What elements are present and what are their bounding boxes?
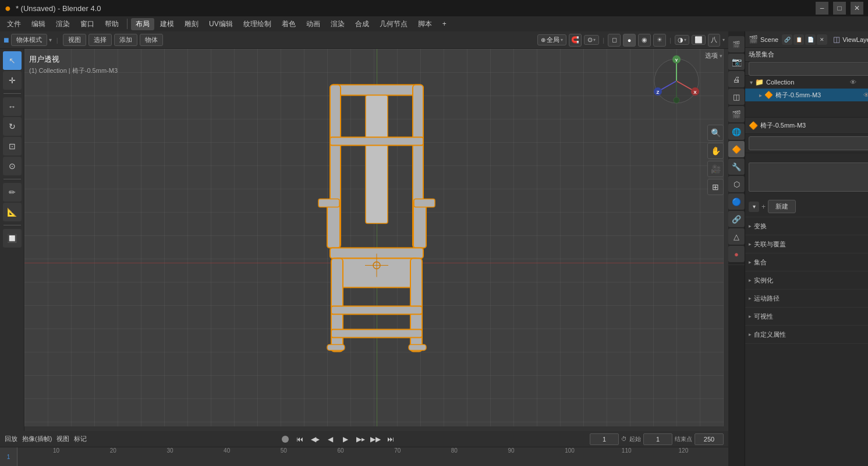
scene-copy-icon[interactable]: 📋 — [793, 34, 804, 45]
tool-select[interactable]: ↖ — [3, 51, 22, 70]
shading-wire[interactable]: ◻ — [608, 34, 621, 47]
zoom-in-btn[interactable]: 🔍 — [707, 125, 724, 141]
outliner-item-collection[interactable]: ▾ 📁 Collection 👁 📷 — [745, 76, 868, 89]
menu-plus[interactable]: + — [438, 19, 451, 29]
shading-material[interactable]: ◉ — [638, 34, 651, 47]
hand-pan-btn[interactable]: ✋ — [707, 143, 724, 159]
jump-to-end-btn[interactable]: ⏭ — [384, 433, 397, 446]
outliner-search-input[interactable] — [749, 62, 868, 76]
prev-keyframe-btn[interactable]: ◀▸ — [309, 433, 321, 446]
play-btn[interactable]: ▶ — [339, 433, 352, 446]
outliner-item-chair[interactable]: ▸ 🔶 椅子-0.5mm-M3 👁 📷 — [745, 89, 868, 101]
interp-label[interactable]: 抱像(插帧) — [22, 435, 52, 443]
constraints-icon[interactable]: 🔗 — [728, 211, 745, 227]
physics-icon[interactable]: 🔵 — [728, 193, 745, 210]
menu-animation[interactable]: 动画 — [302, 18, 325, 30]
minimize-button[interactable]: – — [816, 2, 828, 15]
menu-modeling[interactable]: 建模 — [155, 18, 179, 30]
menu-sculpt[interactable]: 雕刻 — [180, 18, 203, 30]
playback-label[interactable]: 回放 — [5, 435, 17, 443]
view-label[interactable]: 视图 — [56, 435, 69, 443]
prev-frame-btn[interactable]: ◀ — [324, 433, 336, 446]
mode-selector[interactable]: 物体模式 — [11, 34, 47, 46]
current-frame-input[interactable]: 1 — [590, 433, 619, 445]
xray-toggle[interactable]: ⬜ — [692, 35, 706, 45]
custom-props-section-header[interactable]: ▸ 自定义属性 — [749, 328, 868, 341]
data-icon[interactable]: △ — [728, 228, 745, 245]
view-layer-icon[interactable]: ◫ — [728, 89, 745, 105]
3d-viewport[interactable]: 用户透视 (1) Collection | 椅子-0.5mm-M3 选项 ▾ — [24, 49, 728, 431]
menu-uv[interactable]: UV编辑 — [204, 18, 238, 30]
relations-section-header[interactable]: ▸ 关联与覆盖 — [749, 238, 868, 250]
shading-render[interactable]: ☀ — [653, 34, 666, 47]
viewport-overlays[interactable]: ◑ ▾ — [675, 35, 689, 45]
material-slots-list[interactable] — [749, 163, 868, 192]
menu-help[interactable]: 帮助 — [100, 18, 123, 30]
tool-measure[interactable]: 📐 — [3, 203, 22, 221]
particles-icon[interactable]: ⬡ — [728, 176, 745, 192]
motion-paths-section-header[interactable]: ▸ 运动路径 — [749, 292, 868, 305]
next-frame-btn[interactable]: ▶▸ — [354, 433, 367, 446]
viewport-scroll-v[interactable] — [724, 49, 728, 431]
world-icon[interactable]: 🌐 — [728, 123, 745, 140]
tool-annotate[interactable]: ✏ — [3, 183, 22, 202]
maximize-button[interactable]: □ — [833, 2, 846, 15]
scene-close-icon[interactable]: ✕ — [817, 34, 827, 45]
properties-search-input[interactable] — [749, 136, 868, 150]
end-frame-input[interactable]: 250 — [695, 433, 724, 445]
view-menu-btn[interactable]: 视图 — [63, 34, 86, 46]
add-menu-btn[interactable]: 添加 — [114, 34, 137, 46]
collections-section-header[interactable]: ▸ 集合 — [749, 256, 868, 269]
scene-props-icon[interactable]: 🎬 — [728, 106, 745, 122]
tool-scale[interactable]: ⊡ — [3, 137, 22, 156]
scene-controls-icon[interactable]: 🎬 — [728, 36, 745, 52]
select-menu-btn[interactable]: 选择 — [88, 34, 112, 46]
visibility-section-header[interactable]: ▸ 可视性 — [749, 310, 868, 323]
modifier-icon[interactable]: 🔧 — [728, 158, 745, 175]
chair-eye-icon[interactable]: 👁 — [863, 91, 868, 98]
timeline-ruler[interactable]: 1 10 20 30 40 50 60 70 80 90 100 110 120 — [0, 447, 728, 466]
transform-orientation[interactable]: ⊕ 全局 ▾ — [537, 34, 566, 45]
menu-window[interactable]: 窗口 — [76, 18, 99, 30]
render-icon[interactable]: 📷 — [728, 54, 745, 70]
menu-render2[interactable]: 渲染 — [326, 18, 349, 30]
snap-toggle[interactable]: 🧲 — [569, 34, 582, 47]
material-icon[interactable]: ● — [728, 246, 745, 262]
tool-add[interactable]: 🔲 — [3, 229, 22, 248]
menu-edit[interactable]: 编辑 — [27, 18, 50, 30]
transform-section-header[interactable]: ▸ 变换 — [749, 220, 868, 232]
object-menu-btn[interactable]: 物体 — [140, 34, 163, 46]
menu-file[interactable]: 文件 — [2, 18, 26, 30]
viewport-scroll-h[interactable] — [24, 426, 728, 431]
tool-transform[interactable]: ⊙ — [3, 157, 22, 175]
menu-render[interactable]: 渲染 — [51, 18, 75, 30]
tool-cursor[interactable]: ✛ — [3, 71, 22, 90]
proportional-edit[interactable]: ⊙ ▾ — [584, 35, 599, 45]
menu-shading[interactable]: 着色 — [277, 18, 300, 30]
menu-layout[interactable]: 布局 — [131, 18, 154, 30]
menu-scripting[interactable]: 脚本 — [413, 18, 437, 30]
start-frame-input[interactable]: 1 — [643, 433, 672, 445]
next-keyframe-btn[interactable]: ▶▶ — [369, 433, 382, 446]
axis-gizmo[interactable]: Y X Z — [650, 55, 703, 107]
viewport-num[interactable]: 八 — [708, 34, 720, 47]
shading-solid[interactable]: ● — [623, 34, 636, 47]
scene-new-icon[interactable]: 📄 — [805, 34, 816, 45]
object-icon[interactable]: 🔶 — [728, 141, 745, 157]
menu-compositing[interactable]: 合成 — [350, 18, 374, 30]
tool-rotate[interactable]: ↻ — [3, 117, 22, 136]
close-button[interactable]: ✕ — [851, 2, 863, 15]
scene-link-icon[interactable]: 🔗 — [782, 34, 792, 45]
grid-view-btn[interactable]: ⊞ — [707, 179, 724, 195]
instancing-section-header[interactable]: ▸ 实例化 — [749, 274, 868, 287]
jump-to-start-btn[interactable]: ⏮ — [293, 433, 306, 446]
output-icon[interactable]: 🖨 — [728, 71, 745, 87]
tool-move[interactable]: ↔ — [3, 97, 22, 116]
material-browse-icon[interactable]: ▾ — [749, 202, 759, 212]
new-material-btn[interactable]: 新建 — [768, 200, 796, 213]
camera-view-btn[interactable]: 🎥 — [707, 161, 724, 177]
collection-eye-icon[interactable]: 👁 — [850, 79, 856, 86]
menu-geo-nodes[interactable]: 几何节点 — [375, 18, 412, 30]
markers-label[interactable]: 标记 — [74, 435, 87, 443]
menu-texture-paint[interactable]: 纹理绘制 — [239, 18, 276, 30]
